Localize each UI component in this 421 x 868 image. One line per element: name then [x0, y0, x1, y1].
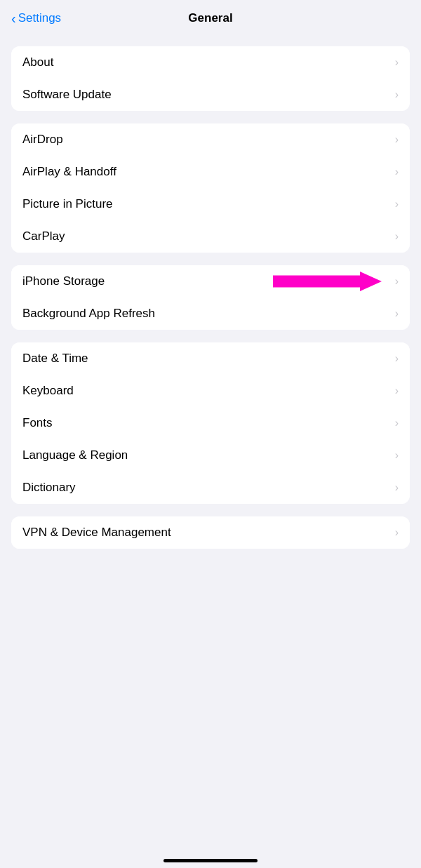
picture-in-picture-label: Picture in Picture — [22, 197, 113, 211]
row-picture-in-picture[interactable]: Picture in Picture › — [11, 188, 410, 220]
chevron-carplay-icon: › — [395, 230, 399, 243]
airplay-handoff-label: AirPlay & Handoff — [22, 165, 116, 179]
software-update-label: Software Update — [22, 88, 112, 102]
language-region-label: Language & Region — [22, 448, 128, 462]
back-button[interactable]: ‹ Settings — [11, 11, 61, 27]
dictionary-label: Dictionary — [22, 481, 76, 495]
row-keyboard[interactable]: Keyboard › — [11, 375, 410, 407]
back-chevron-icon: ‹ — [11, 11, 16, 27]
row-vpn-device-management[interactable]: VPN & Device Management › — [11, 516, 410, 549]
row-iphone-storage[interactable]: iPhone Storage › — [11, 265, 410, 298]
row-date-time[interactable]: Date & Time › — [11, 342, 410, 375]
row-airdrop[interactable]: AirDrop › — [11, 123, 410, 156]
row-dictionary[interactable]: Dictionary › — [11, 472, 410, 504]
section-about-update: About › Software Update › — [11, 46, 410, 111]
keyboard-label: Keyboard — [22, 384, 74, 398]
annotation-arrow — [273, 272, 382, 291]
chevron-fonts-icon: › — [395, 417, 399, 429]
row-carplay[interactable]: CarPlay › — [11, 220, 410, 253]
row-software-update[interactable]: Software Update › — [11, 79, 410, 111]
home-indicator — [163, 859, 258, 862]
chevron-iphone-storage-icon: › — [395, 275, 399, 288]
chevron-vpn-icon: › — [395, 526, 399, 539]
navigation-bar: ‹ Settings General — [0, 0, 421, 34]
date-time-label: Date & Time — [22, 352, 88, 366]
pink-arrow-icon — [273, 272, 382, 291]
row-airplay-handoff[interactable]: AirPlay & Handoff › — [11, 156, 410, 188]
page-title: General — [188, 11, 232, 25]
chevron-airdrop-icon: › — [395, 133, 399, 146]
chevron-language-icon: › — [395, 449, 399, 462]
about-label: About — [22, 55, 53, 69]
vpn-device-management-label: VPN & Device Management — [22, 526, 171, 540]
chevron-dictionary-icon: › — [395, 481, 399, 494]
carplay-label: CarPlay — [22, 229, 65, 243]
chevron-date-time-icon: › — [395, 352, 399, 365]
row-language-region[interactable]: Language & Region › — [11, 439, 410, 472]
airdrop-label: AirDrop — [22, 133, 63, 147]
iphone-storage-label: iPhone Storage — [22, 274, 105, 288]
row-background-app-refresh[interactable]: Background App Refresh › — [11, 298, 410, 330]
section-locale: Date & Time › Keyboard › Fonts › Languag… — [11, 342, 410, 504]
section-vpn: VPN & Device Management › — [11, 516, 410, 549]
section-storage: iPhone Storage › Background App Refresh … — [11, 265, 410, 330]
section-connectivity: AirDrop › AirPlay & Handoff › Picture in… — [11, 123, 410, 253]
row-about[interactable]: About › — [11, 46, 410, 79]
chevron-software-update-icon: › — [395, 88, 399, 101]
background-app-refresh-label: Background App Refresh — [22, 307, 155, 321]
chevron-airplay-icon: › — [395, 166, 399, 178]
fonts-label: Fonts — [22, 416, 53, 430]
row-fonts[interactable]: Fonts › — [11, 407, 410, 439]
chevron-about-icon: › — [395, 56, 399, 69]
chevron-keyboard-icon: › — [395, 385, 399, 397]
chevron-background-refresh-icon: › — [395, 307, 399, 320]
back-label: Settings — [18, 11, 61, 25]
chevron-pip-icon: › — [395, 198, 399, 211]
